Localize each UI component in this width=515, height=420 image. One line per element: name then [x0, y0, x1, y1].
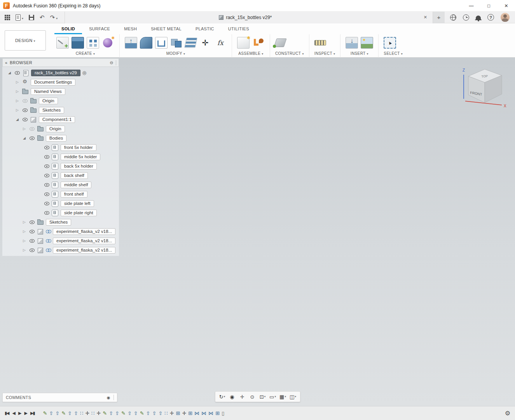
insert-canvas-icon[interactable] [361, 37, 373, 49]
timeline-feature-icon[interactable]: ⊞ [188, 410, 192, 416]
node-label[interactable]: Bodies [46, 135, 66, 142]
playback-button[interactable]: ▶▮ [30, 411, 35, 416]
minimize-button[interactable]: — [463, 0, 480, 12]
browser-tree-row[interactable]: middle shelf ◎ [2, 180, 119, 189]
timeline-feature-icon[interactable]: ✎ [140, 410, 144, 416]
assemble-menu[interactable]: ASSEMBLE [237, 51, 265, 57]
timeline-feature-icon[interactable]: ⇧ [158, 410, 162, 416]
timeline-feature-icon[interactable]: ⇧ [49, 410, 53, 416]
node-label[interactable]: rack_15x_bottles v29 [31, 70, 80, 76]
visibility-eye-icon[interactable] [44, 191, 50, 197]
browser-tree-row[interactable]: experiment_flaska_v2 v18... ◎ [2, 236, 119, 245]
browser-hide-icon[interactable]: ⊖ [110, 60, 113, 65]
close-button[interactable]: ✕ [498, 0, 515, 12]
browser-tree-row[interactable]: Origin ◎ [2, 96, 119, 105]
node-label[interactable]: back shelf [61, 172, 88, 179]
construct-plane-icon[interactable] [274, 38, 286, 47]
visibility-eye-icon[interactable] [44, 182, 50, 187]
visibility-eye-icon[interactable] [14, 70, 20, 75]
visibility-eye-icon[interactable] [44, 173, 50, 178]
visibility-eye-icon[interactable] [44, 145, 50, 150]
nav-button-caret[interactable]: ▾ [295, 395, 296, 398]
create-sketch-icon[interactable] [56, 37, 69, 49]
nav-button-caret[interactable]: ▾ [274, 395, 276, 398]
select-menu[interactable]: SELECT [384, 51, 403, 57]
timeline-settings-gear-icon[interactable]: ⚙ [505, 410, 510, 417]
nav-button-caret[interactable]: ▾ [285, 395, 286, 398]
timeline-feature-icon[interactable]: ⇧ [127, 410, 132, 416]
target-icon[interactable]: ◎ [82, 70, 86, 75]
visibility-eye-icon[interactable] [22, 107, 28, 113]
playback-button[interactable]: ▶ [24, 411, 26, 416]
visibility-eye-icon[interactable] [29, 135, 35, 141]
timeline-feature-icon[interactable]: ⇧ [146, 410, 150, 416]
expand-arrow-icon[interactable] [15, 80, 20, 84]
nav-button[interactable]: ◉ [228, 392, 237, 401]
node-label[interactable]: side plate right [61, 210, 97, 216]
playback-button[interactable]: ▮◀ [5, 411, 9, 416]
visibility-eye-icon[interactable] [44, 201, 50, 206]
create-box-icon[interactable] [72, 37, 84, 49]
ribbon-tab[interactable]: MESH [117, 23, 144, 34]
nav-button[interactable]: ✛ [238, 392, 247, 401]
node-label[interactable]: Origin [46, 126, 65, 132]
browser-tree-row[interactable]: rack_15x_bottles v29 ◎ [2, 68, 119, 77]
extensions-icon[interactable] [450, 14, 456, 21]
timeline-feature-icon[interactable]: ⇧ [55, 410, 59, 416]
joint-icon[interactable] [252, 37, 265, 49]
timeline-feature-icon[interactable]: ⇧ [152, 410, 157, 416]
node-label[interactable]: experiment_flaska_v2 v18... [53, 238, 115, 244]
node-label[interactable]: back 5x holder [61, 163, 97, 170]
redo-button[interactable]: ↷ [50, 14, 58, 21]
browser-tree-row[interactable]: middle 5x holder ◎ [2, 152, 119, 161]
measure-icon[interactable] [314, 40, 326, 46]
timeline-feature-icon[interactable]: ✎ [61, 410, 66, 416]
pattern-icon[interactable] [87, 37, 99, 49]
expand-arrow-icon[interactable] [15, 108, 20, 112]
browser-tree-row[interactable]: front shelf ◎ [2, 189, 119, 199]
notifications-bell-icon[interactable] [476, 16, 481, 20]
node-label[interactable]: experiment_flaska_v2 v18... [53, 228, 115, 235]
create-menu[interactable]: CREATE [56, 51, 114, 57]
comments-bar[interactable]: COMMENTS ◉ [2, 393, 117, 402]
browser-tree-row[interactable]: side plate right ◎ [2, 208, 119, 217]
job-status-icon[interactable] [463, 14, 469, 21]
visibility-eye-icon[interactable] [22, 117, 28, 122]
user-avatar[interactable] [501, 13, 510, 22]
browser-tree-row[interactable]: Component1:1 ◎ [2, 115, 119, 124]
save-button[interactable] [29, 15, 34, 20]
timeline-feature-icon[interactable]: ⊞ [215, 410, 220, 416]
combine-icon[interactable] [170, 37, 183, 49]
node-label[interactable]: front 5x holder [61, 144, 96, 151]
ribbon-tab[interactable]: SHEET METAL [144, 23, 189, 34]
comments-icon[interactable]: ◉ [107, 396, 110, 400]
node-label[interactable]: middle shelf [61, 182, 91, 188]
expand-arrow-icon[interactable] [22, 220, 27, 224]
timeline-feature-icon[interactable]: ⊞ [176, 410, 180, 416]
move-copy-icon[interactable] [199, 37, 211, 49]
tab-close-icon[interactable]: ✕ [422, 15, 429, 20]
browser-tree-row[interactable]: Bodies ◎ [2, 133, 119, 143]
browser-tree-row[interactable]: side plate left ◎ [2, 199, 119, 208]
node-label[interactable]: Sketches [39, 107, 64, 114]
node-label[interactable]: experiment_flaska_v2 v18... [53, 247, 115, 254]
browser-header[interactable]: « BROWSER ⊖ [2, 58, 119, 67]
timeline-feature-icon[interactable]: ✛ [182, 410, 186, 416]
timeline-feature-icon[interactable]: ∷ [80, 410, 83, 416]
node-label[interactable]: side plate left [61, 200, 94, 207]
browser-tree-row[interactable]: back shelf ◎ [2, 171, 119, 180]
timeline-feature-icon[interactable]: ✛ [85, 410, 89, 416]
expand-arrow-icon[interactable] [22, 127, 27, 131]
app-grid-icon[interactable] [5, 15, 10, 20]
node-label[interactable]: Origin [39, 98, 58, 104]
timeline-feature-icon[interactable]: ⇧ [74, 410, 78, 416]
shell-icon[interactable] [155, 37, 168, 49]
view-cube[interactable]: Z X TOP FRONT [457, 63, 508, 110]
insert-menu[interactable]: INSERT [346, 51, 373, 57]
node-label[interactable]: Named Views [31, 88, 65, 95]
expand-arrow-icon[interactable] [22, 248, 27, 252]
visibility-eye-icon[interactable] [29, 247, 35, 253]
timeline-feature-icon[interactable]: ✎ [43, 410, 47, 416]
nav-button-caret[interactable]: ▾ [224, 395, 225, 398]
expand-arrow-icon[interactable] [7, 71, 12, 75]
